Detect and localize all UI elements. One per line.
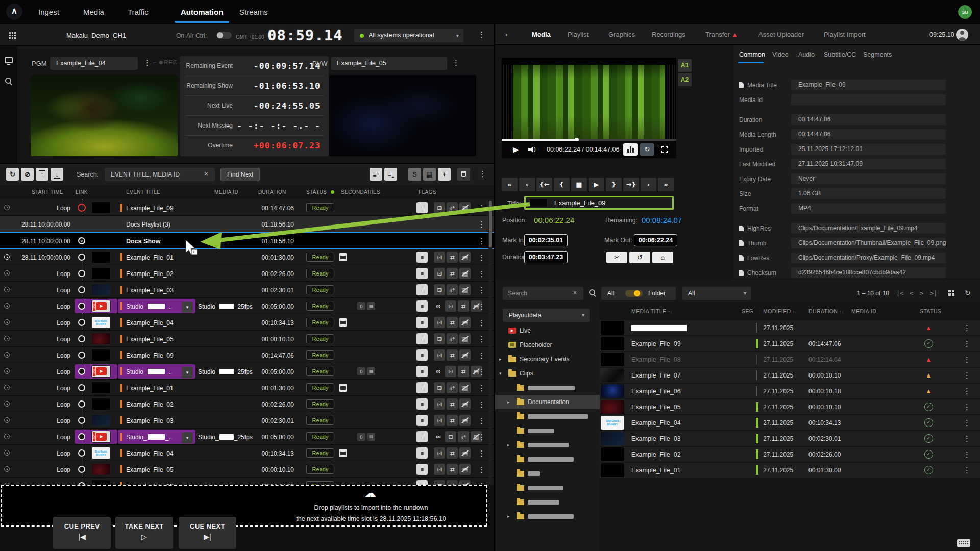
link-node[interactable] (78, 466, 85, 473)
meta-tab-segments[interactable]: Segments (863, 51, 892, 58)
main-nav-streams[interactable]: Streams (239, 0, 268, 24)
pvw-video-preview[interactable] (329, 75, 476, 156)
chevron-right-icon[interactable]: ▸ (499, 357, 502, 362)
row-kebab[interactable]: ⋮ (478, 286, 485, 294)
device-secondary-icon[interactable] (339, 253, 347, 261)
frame-accurate-icon[interactable]: ⊡ (445, 431, 456, 442)
transport-button-3[interactable]: { (554, 178, 570, 191)
meta-tab-audio[interactable]: Audio (798, 51, 815, 58)
toggle-pill[interactable] (625, 290, 643, 297)
frame-accurate-icon[interactable]: ⊡ (434, 202, 445, 213)
frame-accurate-icon[interactable]: ⊡ (434, 447, 445, 459)
panel-tab-recordings[interactable]: Recordings (652, 31, 685, 38)
take-next-button[interactable]: TAKE NEXT▷ (115, 517, 173, 549)
media-row[interactable]: Example_File_05 27.11.2025 00:00:10.10 ✓… (600, 399, 980, 414)
link-node[interactable] (78, 417, 85, 424)
channel-grid-icon[interactable] (9, 32, 11, 34)
scroll-to-top-icon[interactable]: ↑ (36, 168, 48, 181)
row-kebab[interactable]: ⋮ (478, 319, 485, 327)
media-row[interactable]: 27.11.2025 ▲ ⋮ (600, 320, 980, 335)
panel-tab-playlist[interactable]: Playlist (568, 31, 589, 38)
rundown-event-row[interactable]: LoopLIVE▶Studio__.. ▾ Studio__25fps00:05… (0, 363, 494, 380)
col-link[interactable]: LINK (76, 189, 88, 195)
link-node[interactable] (78, 433, 85, 440)
clip-duration-field[interactable]: 00:03:47.23 (524, 251, 568, 263)
transition-icon[interactable]: ⇄ (458, 431, 469, 442)
browser-refresh-icon[interactable]: ↻ (965, 289, 971, 297)
tree-item-clips[interactable]: ▾Clips (495, 366, 600, 381)
no-script-icon[interactable]: ▤ (459, 284, 471, 295)
page-next-icon[interactable]: > (920, 290, 923, 297)
transport-button-0[interactable]: « (502, 178, 518, 191)
page-first-icon[interactable]: |< (896, 290, 903, 297)
media-row-kebab[interactable]: ⋮ (963, 324, 971, 332)
rundown-event-row[interactable]: LoopBig BuckBUNNYExample_File_0400:10:34… (0, 314, 494, 331)
transition-icon[interactable]: ⇄ (447, 349, 458, 361)
col-event-title[interactable]: EVENT TITLE (126, 189, 160, 195)
mark-in-field[interactable]: 00:02:35.01 (524, 234, 568, 246)
no-script-icon[interactable]: ▤ (459, 382, 471, 393)
rundown-event-row[interactable]: LoopLIVE▶Studio__.. ▾ Studio__25fps00:05… (0, 429, 494, 445)
pvw-kebab[interactable]: ⋮ (452, 59, 460, 66)
media-row-kebab[interactable]: ⋮ (963, 356, 971, 363)
transition-icon[interactable]: ⇄ (447, 447, 458, 459)
playlist-play-icon[interactable]: ≡ (416, 268, 428, 279)
pgm-kebab[interactable]: ⋮ (143, 59, 151, 66)
add-event-top-icon[interactable]: ≡+ (370, 168, 382, 181)
tree-item-documentation[interactable]: ▸Documentation (495, 395, 600, 409)
no-script-icon[interactable]: ▤ (459, 464, 471, 475)
meta-value-size[interactable]: 1.06 GB (791, 188, 946, 199)
rundown-event-row[interactable]: LoopExample_File_0900:14:47.06Ready ≡⊡ ⇄… (0, 478, 494, 485)
rundown-toolbar-kebab[interactable]: ⋮ (479, 170, 486, 178)
link-node[interactable] (78, 319, 85, 326)
row-kebab[interactable]: ⋮ (478, 449, 485, 457)
meta-value-expiry-date[interactable]: Never (791, 173, 946, 184)
row-kebab[interactable]: ⋮ (478, 303, 485, 310)
transition-icon[interactable]: ⇄ (447, 464, 458, 475)
playlist-play-icon[interactable]: ≡ (416, 317, 428, 328)
tree-item-folder[interactable] (495, 495, 600, 509)
chevron-right-icon[interactable]: ▸ (507, 514, 510, 519)
playlist-play-icon[interactable]: ≡ (416, 464, 428, 475)
no-script-icon[interactable]: ▤ (459, 349, 471, 361)
channel-menu-kebab[interactable]: ⋮ (478, 31, 485, 38)
meta-value-checksum[interactable]: d23926546b4ce188cce807cbdb9daa42 (791, 267, 946, 278)
playlist-play-icon[interactable]: ≡ (416, 398, 428, 410)
main-nav-traffic[interactable]: Traffic (128, 0, 149, 24)
graphics-secondary-icon[interactable]: ▤ (367, 302, 375, 310)
media-row[interactable]: Example_File_06 27.11.2025 00:00:10.18 ▲… (600, 384, 980, 398)
toggle-folder-label[interactable]: Folder (648, 290, 666, 297)
transport-button-8[interactable]: › (641, 178, 656, 191)
transition-icon[interactable]: ⇄ (447, 202, 458, 213)
rundown-event-row[interactable]: LoopExample_File_0100:01:30.00Ready ≡⊡ ⇄… (0, 380, 494, 396)
meta-value-media-length[interactable]: 00:14:47.06 (791, 129, 946, 140)
playlist-play-icon[interactable]: ≡ (416, 415, 428, 426)
transport-button-4[interactable]: ■ (571, 178, 587, 191)
device-secondary-icon[interactable] (339, 318, 347, 327)
media-row-kebab[interactable]: ⋮ (963, 435, 971, 442)
main-nav-media[interactable]: Media (83, 0, 104, 24)
meta-tab-common[interactable]: Common (739, 51, 765, 58)
status-filter-dot[interactable] (331, 190, 334, 194)
app-logo-icon[interactable]: ∧ (6, 4, 22, 20)
transport-button-1[interactable]: ‹ (519, 178, 535, 191)
row-kebab[interactable]: ⋮ (478, 220, 485, 228)
tree-item-folder[interactable]: ▸ (495, 438, 600, 452)
media-row-kebab[interactable]: ⋮ (963, 387, 971, 395)
playlist-play-icon[interactable]: ≡ (416, 431, 428, 442)
delete-icon[interactable] (457, 168, 470, 181)
meta-value-highres[interactable]: Clips/Documentation/Example_File_09.mp4 (791, 223, 946, 234)
scroll-to-onair-icon[interactable]: ↓ (51, 168, 63, 181)
add-event-bottom-icon[interactable]: ≡+ (384, 168, 397, 181)
mcol-modified[interactable]: MODIFIED↑↓ (763, 308, 797, 314)
grid-view-icon[interactable] (948, 290, 951, 292)
mcol-seg[interactable]: SEG (742, 308, 753, 314)
rundown-event-row[interactable]: LoopExample_File_0900:14:47.06Ready ≡⊡ ⇄… (0, 199, 494, 216)
tree-item-folder[interactable] (495, 423, 600, 438)
type-filter-dropdown[interactable]: All ▾ (682, 287, 751, 300)
cue-prev-button[interactable]: CUE PREV|◀ (53, 517, 111, 549)
media-row[interactable]: Example_File_08 27.11.2025 00:12:14.04 ▲… (600, 352, 980, 367)
scope-toggle[interactable]: All Folder (601, 287, 676, 300)
transition-icon[interactable]: ⇄ (447, 317, 458, 328)
frame-accurate-icon[interactable]: ⊡ (434, 415, 445, 426)
